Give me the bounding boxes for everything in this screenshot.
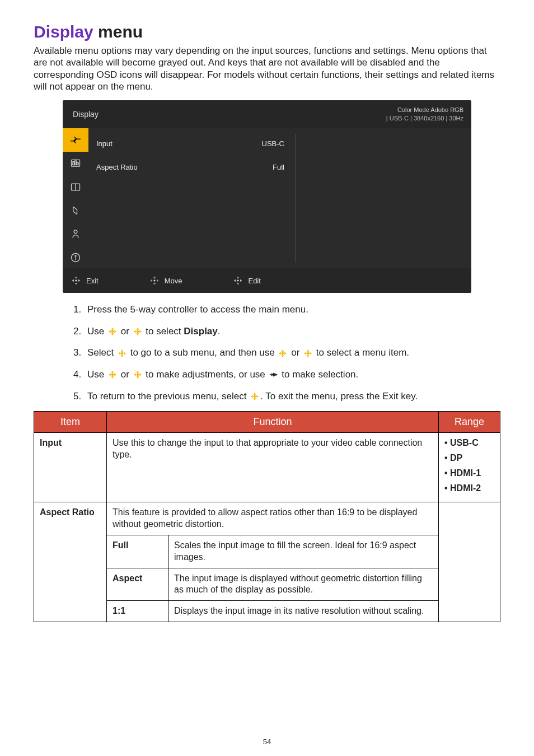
svg-rect-1: [73, 162, 74, 165]
step-5: To return to the previous menu, select .…: [84, 390, 500, 404]
cell-one-desc: Displays the input image in its native r…: [168, 601, 439, 622]
cell-full-desc: Scales the input image to fill the scree…: [168, 535, 439, 568]
osd-divider: [296, 134, 296, 263]
footer-exit[interactable]: Exit: [71, 275, 99, 286]
nav-diamond-icon: [302, 348, 313, 358]
instruction-list: Press the 5-way controller to access the…: [84, 303, 500, 403]
col-function: Function: [107, 412, 439, 433]
color-tab-icon[interactable]: [63, 152, 88, 175]
svg-rect-3: [77, 162, 79, 165]
cell-input-desc: Use this to change the input to that app…: [107, 433, 439, 502]
osd-menu-labels: Input Aspect Ratio: [88, 128, 200, 268]
osd-menu-values: USB-C Full: [200, 128, 296, 268]
nav-diamond-icon: [132, 370, 143, 380]
nav-diamond-icon: [107, 370, 118, 380]
cell-input-range: USB-C DP HDMI-1 HDMI-2: [439, 433, 500, 502]
osd-header-title: Display: [73, 110, 99, 119]
svg-point-10: [76, 280, 77, 281]
cell-aspect-name: Aspect Ratio: [34, 502, 107, 622]
nav-diamond-icon: [116, 348, 128, 358]
svg-point-8: [75, 255, 76, 256]
system-tab-icon[interactable]: [63, 246, 88, 269]
row-aspect-desc: Aspect Ratio This feature is provided to…: [34, 502, 500, 535]
nav-diamond-icon: [132, 326, 143, 337]
value-input: USB-C: [200, 132, 296, 155]
svg-point-11: [153, 280, 154, 281]
osd-header-status: Color Mode Adobe RGB | USB-C | 3840x2160…: [386, 106, 463, 123]
footer-edit[interactable]: Edit: [232, 275, 260, 286]
nav-diamond-icon: [107, 326, 118, 337]
status-line2: | USB-C | 3840x2160 | 30Hz: [386, 114, 463, 123]
step-2: Use or to select Display.: [84, 325, 500, 339]
osd-panel: Display Color Mode Adobe RGB | USB-C | 3…: [63, 100, 471, 293]
value-aspect-ratio: Full: [200, 155, 296, 179]
step-4: Use or to make adjustments, or use to ma…: [84, 368, 500, 382]
cell-aspect-range: [439, 502, 500, 622]
footer-move[interactable]: Move: [149, 275, 182, 286]
nav-diamond-solid-icon: [268, 370, 279, 380]
cell-input-name: Input: [34, 433, 107, 502]
table-header-row: Item Function Range: [34, 412, 500, 433]
display-tab-icon[interactable]: [63, 128, 88, 152]
intro-text: Available menu options may vary dependin…: [34, 45, 500, 92]
cell-full-name: Full: [107, 535, 168, 568]
page-number: 54: [0, 738, 534, 746]
osd-footer: Exit Move Edit: [63, 268, 471, 293]
status-line1: Color Mode Adobe RGB: [386, 106, 463, 114]
row-input: Input Use this to change the input to th…: [34, 433, 500, 502]
cell-aspect-desc: This feature is provided to allow aspect…: [107, 502, 439, 535]
nav-diamond-icon: [277, 348, 288, 358]
nav-diamond-icon: [249, 391, 260, 402]
step-3: Select to go to a sub menu, and then use…: [84, 346, 500, 360]
svg-rect-2: [75, 161, 77, 165]
menu-item-input[interactable]: Input: [88, 132, 200, 155]
osd-header: Display Color Mode Adobe RGB | USB-C | 3…: [63, 100, 471, 128]
nav-icon: [232, 275, 243, 286]
title-rest: menu: [93, 22, 143, 41]
svg-point-6: [74, 230, 77, 234]
osd-body: Input Aspect Ratio USB-C Full: [63, 128, 471, 268]
col-range: Range: [439, 412, 500, 433]
osd-preview-area: [296, 128, 471, 268]
cell-one-name: 1:1: [107, 601, 168, 622]
spec-table: Item Function Range Input Use this to ch…: [34, 411, 500, 622]
cell-aspect-opt-name: Aspect: [107, 568, 168, 601]
svg-point-12: [237, 280, 238, 281]
menu-item-aspect-ratio[interactable]: Aspect Ratio: [88, 155, 200, 179]
title-highlight: Display: [34, 22, 93, 41]
cell-aspect-opt-desc: The input image is displayed without geo…: [168, 568, 439, 601]
osd-sidebar: [63, 128, 88, 268]
pip-tab-icon[interactable]: [63, 175, 88, 199]
nav-icon: [149, 275, 160, 286]
controller-tab-icon[interactable]: [63, 199, 88, 222]
col-item: Item: [34, 412, 107, 433]
step-1: Press the 5-way controller to access the…: [84, 303, 500, 317]
nav-icon: [71, 275, 82, 286]
ergonomics-tab-icon[interactable]: [63, 222, 88, 246]
page-title: Display menu: [34, 22, 500, 41]
